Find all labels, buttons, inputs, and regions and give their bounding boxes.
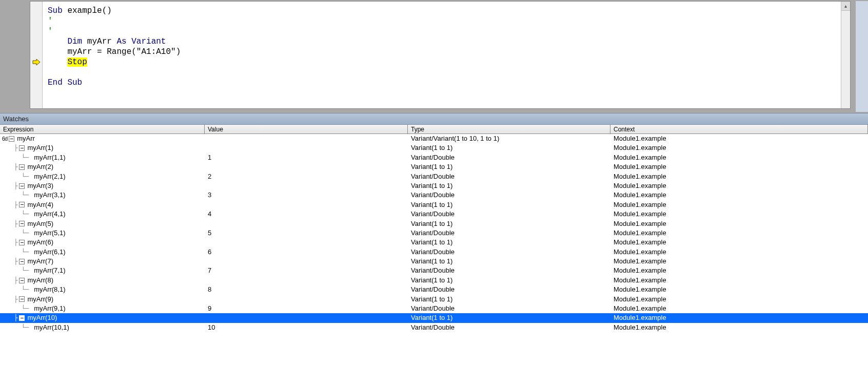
watch-row[interactable]: ├−myArr(5)Variant(1 to 1)Module1.example — [0, 219, 868, 228]
watch-value: 2 — [205, 172, 408, 181]
watch-value: 9 — [205, 304, 408, 313]
code-editor-area: Sub example() ' ' Dim myArr As Variant m… — [0, 0, 868, 113]
watch-context: Module1.example — [610, 219, 868, 228]
tree-line-icon: └─ — [10, 285, 29, 294]
watch-context: Module1.example — [610, 143, 868, 152]
watch-expression: myArr(4) — [26, 200, 53, 209]
watches-header-expression[interactable]: Expression — [0, 125, 205, 133]
watch-expression-cell: ├−myArr(4) — [0, 200, 205, 209]
tree-line-icon: └─ — [10, 247, 29, 257]
watch-context: Module1.example — [610, 238, 868, 247]
watch-context: Module1.example — [610, 266, 868, 275]
watch-value: 3 — [205, 190, 408, 200]
watch-value: 6 — [205, 247, 408, 257]
watch-expression: myArr(2) — [26, 162, 53, 171]
watch-expression-cell: ├−myArr(9) — [0, 295, 205, 304]
watch-row[interactable]: └─myArr(4,1)4Variant/DoubleModule1.examp… — [0, 209, 868, 219]
watch-row[interactable]: 6d−myArrVariant/Variant(1 to 10, 1 to 1)… — [0, 134, 868, 143]
code-token: example() — [63, 6, 112, 15]
vertical-scrollbar[interactable]: ▴ — [841, 2, 850, 108]
watch-row[interactable]: ├−myArr(6)Variant(1 to 1)Module1.example — [0, 238, 868, 247]
watch-row[interactable]: ├−myArr(7)Variant(1 to 1)Module1.example — [0, 257, 868, 266]
tree-line-icon: ├ — [10, 295, 17, 304]
watch-context: Module1.example — [610, 153, 868, 162]
tree-line-icon: └─ — [10, 228, 29, 238]
watch-value: 1 — [205, 153, 408, 162]
watch-glasses-icon: 6d — [0, 134, 8, 143]
code-line: myArr = Range("A1:A10") — [48, 47, 181, 56]
collapse-icon[interactable]: − — [19, 315, 25, 321]
watch-expression: myArr(3) — [26, 181, 53, 190]
collapse-icon[interactable]: − — [19, 278, 25, 283]
code-indent — [48, 58, 67, 67]
watch-row[interactable]: └─myArr(3,1)3Variant/DoubleModule1.examp… — [0, 190, 868, 200]
watches-title[interactable]: Watches — [0, 113, 868, 125]
watch-expression-cell: └─myArr(6,1) — [0, 247, 205, 257]
code-window: Sub example() ' ' Dim myArr As Variant m… — [30, 1, 851, 109]
tree-line-icon: ├ — [10, 257, 17, 266]
watch-row[interactable]: ├−myArr(2)Variant(1 to 1)Module1.example — [0, 162, 868, 171]
watches-header-context[interactable]: Context — [610, 125, 868, 133]
watch-expression-cell: └─myArr(4,1) — [0, 209, 205, 219]
collapse-icon[interactable]: − — [19, 259, 25, 264]
code-content[interactable]: Sub example() ' ' Dim myArr As Variant m… — [43, 2, 841, 108]
tree-line-icon: ├ — [10, 276, 17, 285]
watch-expression: myArr — [16, 134, 35, 143]
collapse-icon[interactable]: − — [19, 221, 25, 226]
collapse-icon[interactable]: − — [19, 164, 25, 170]
collapse-icon[interactable]: − — [19, 296, 25, 302]
scroll-up-icon[interactable]: ▴ — [841, 2, 850, 11]
watch-type: Variant(1 to 1) — [408, 276, 610, 285]
watch-expression-cell: ├−myArr(7) — [0, 257, 205, 266]
watch-row[interactable]: ├−myArr(8)Variant(1 to 1)Module1.example — [0, 276, 868, 285]
collapse-icon[interactable]: − — [19, 202, 25, 207]
code-comment: ' — [48, 27, 53, 36]
watch-row[interactable]: └─myArr(1,1)1Variant/DoubleModule1.examp… — [0, 153, 868, 162]
tree-line-icon: └─ — [10, 172, 29, 181]
watch-context: Module1.example — [610, 172, 868, 181]
watch-expression-cell: 6d−myArr — [0, 134, 205, 143]
watch-row[interactable]: ├−myArr(10)Variant(1 to 1)Module1.exampl… — [0, 313, 868, 322]
watch-type: Variant(1 to 1) — [408, 238, 610, 247]
watch-row[interactable]: ├−myArr(3)Variant(1 to 1)Module1.example — [0, 181, 868, 190]
tree-line-icon: └─ — [10, 266, 29, 275]
watch-context: Module1.example — [610, 247, 868, 257]
watch-expression: myArr(10,1) — [33, 323, 69, 332]
collapse-icon[interactable]: − — [9, 136, 14, 142]
collapse-icon[interactable]: − — [19, 240, 25, 245]
watch-expression-cell: └─myArr(9,1) — [0, 304, 205, 313]
watch-type: Variant(1 to 1) — [408, 181, 610, 190]
watch-expression-cell: ├−myArr(8) — [0, 276, 205, 285]
watch-type: Variant/Double — [408, 323, 610, 332]
watch-row[interactable]: └─myArr(8,1)8Variant/DoubleModule1.examp… — [0, 285, 868, 294]
watch-row[interactable]: └─myArr(2,1)2Variant/DoubleModule1.examp… — [0, 172, 868, 181]
collapse-icon[interactable]: − — [19, 145, 25, 151]
watch-value: 8 — [205, 285, 408, 294]
watch-row[interactable]: └─myArr(7,1)7Variant/DoubleModule1.examp… — [0, 266, 868, 275]
tree-line-icon: └─ — [10, 304, 29, 313]
code-token: End Sub — [48, 78, 82, 87]
collapse-icon[interactable]: − — [19, 183, 25, 189]
watch-context: Module1.example — [610, 313, 868, 322]
watches-header-value[interactable]: Value — [205, 125, 408, 133]
watch-row[interactable]: ├−myArr(1)Variant(1 to 1)Module1.example — [0, 143, 868, 152]
watch-context: Module1.example — [610, 257, 868, 266]
watch-expression-cell: └─myArr(2,1) — [0, 172, 205, 181]
watch-row[interactable]: ├−myArr(4)Variant(1 to 1)Module1.example — [0, 200, 868, 209]
watch-value: 7 — [205, 266, 408, 275]
watch-type: Variant(1 to 1) — [408, 219, 610, 228]
watches-panel: Watches Expression Value Type Context 6d… — [0, 113, 868, 382]
watch-row[interactable]: └─myArr(5,1)5Variant/DoubleModule1.examp… — [0, 228, 868, 238]
watch-row[interactable]: └─myArr(9,1)9Variant/DoubleModule1.examp… — [0, 304, 868, 313]
watch-row[interactable]: └─myArr(6,1)6Variant/DoubleModule1.examp… — [0, 247, 868, 257]
watch-expression: myArr(9) — [26, 295, 53, 304]
watches-header-type[interactable]: Type — [408, 125, 610, 133]
watch-context: Module1.example — [610, 228, 868, 238]
watch-row[interactable]: ├−myArr(9)Variant(1 to 1)Module1.example — [0, 295, 868, 304]
watch-expression: myArr(8) — [26, 276, 53, 285]
code-margin[interactable] — [30, 2, 43, 108]
tree-line-icon: ├ — [10, 238, 17, 247]
watches-header-row: Expression Value Type Context — [0, 125, 868, 134]
watch-expression-cell: ├−myArr(3) — [0, 181, 205, 190]
watch-row[interactable]: └─myArr(10,1)10Variant/DoubleModule1.exa… — [0, 323, 868, 332]
